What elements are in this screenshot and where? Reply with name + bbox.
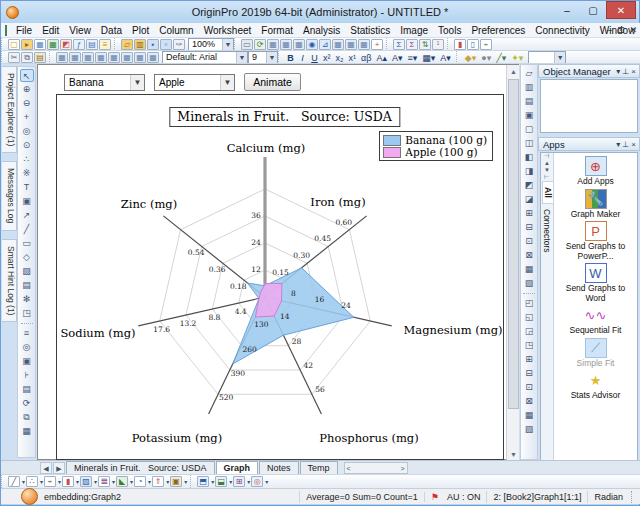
pin-icon[interactable]: ⊥ bbox=[622, 140, 629, 149]
app-sequential-fit[interactable]: ∿∿Sequential Fit bbox=[557, 305, 635, 336]
move-column-left-icon[interactable]: ▦ bbox=[95, 52, 107, 63]
chevron-down-icon[interactable]: ▼ bbox=[236, 52, 247, 63]
decrease-font-icon[interactable]: A▾ bbox=[390, 52, 405, 63]
arrange-layers-icon[interactable]: ◲ bbox=[522, 325, 536, 338]
add-axis-left-icon[interactable]: ⊠ bbox=[522, 249, 536, 262]
insert-image-icon[interactable]: ▤ bbox=[20, 279, 34, 292]
new-workbook-icon[interactable]: ▦ bbox=[34, 39, 46, 50]
doc-tab-notes[interactable]: Notes bbox=[259, 461, 299, 474]
import-wizard-icon[interactable]: ✑ bbox=[173, 39, 185, 50]
graph-page[interactable]: 1224360.150.300.450.60816241428425613026… bbox=[56, 94, 504, 460]
zoom-out-icon[interactable]: ⊖ bbox=[20, 97, 34, 110]
app-add-apps[interactable]: ⊕Add Apps bbox=[557, 156, 635, 187]
border-icon[interactable]: ▦▾ bbox=[420, 52, 437, 63]
layer-frame-icon[interactable]: ⊡ bbox=[522, 235, 536, 248]
menu-analysis[interactable]: Analysis bbox=[298, 24, 345, 37]
sub-superscript-icon[interactable]: x¹ bbox=[347, 52, 359, 63]
line-tool-icon[interactable]: ╱ bbox=[20, 223, 34, 236]
menu-worksheet[interactable]: Worksheet bbox=[199, 24, 257, 37]
doc-tab-minerals-in-fruit-source-usda[interactable]: Minerals in Fruit. Source: USDA bbox=[66, 461, 215, 474]
animate-button[interactable]: Animate bbox=[244, 73, 301, 91]
edit-axes-icon[interactable]: ◫ bbox=[522, 137, 536, 150]
sort-icon[interactable]: ⇅ bbox=[419, 39, 431, 50]
print-icon[interactable]: ▭ bbox=[241, 39, 253, 50]
unlink-layers-icon[interactable]: ⊡ bbox=[522, 381, 536, 394]
pin-icon[interactable]: ⊥ bbox=[622, 67, 629, 76]
chevron-down-icon[interactable]: ▼ bbox=[220, 75, 234, 90]
scroll-up-icon[interactable]: ▲ bbox=[507, 65, 520, 78]
superscript-icon[interactable]: x² bbox=[321, 52, 333, 63]
table-tool-icon[interactable]: ▦ bbox=[20, 425, 34, 438]
add-layer-icon[interactable]: + bbox=[371, 39, 383, 50]
custom-routine-icon[interactable]: ▦ bbox=[358, 39, 370, 50]
new-graph-icon[interactable]: ◩ bbox=[60, 39, 72, 50]
object-manager-header[interactable]: Object Manager ▾ ⊥ × bbox=[538, 64, 640, 78]
child-minimize-button[interactable]: – bbox=[607, 25, 612, 35]
zoom-level-dropdown[interactable]: 100%▼ bbox=[188, 38, 234, 51]
screen-reader-icon[interactable]: + bbox=[20, 111, 34, 124]
save-template-icon[interactable]: ▫ bbox=[160, 39, 172, 50]
axis-tool-icon[interactable]: ⊦ bbox=[20, 369, 34, 382]
dock-tab-smart-hint-log-[interactable]: Smart Hint Log (1) bbox=[2, 239, 17, 322]
zoom-in-icon[interactable]: ⊕ bbox=[20, 83, 34, 96]
move-column-right-icon[interactable]: ▦ bbox=[108, 52, 120, 63]
status-au[interactable]: AU : ON bbox=[441, 491, 487, 503]
annotation-icon[interactable]: ※ bbox=[20, 167, 34, 180]
fit-layers-icon[interactable]: ⊠ bbox=[522, 395, 536, 408]
italic-icon[interactable]: I bbox=[297, 52, 308, 63]
refresh-red-icon[interactable]: ⟳ bbox=[20, 397, 34, 410]
highlight-icon[interactable]: ✦▾ bbox=[509, 52, 525, 63]
child-close-button[interactable]: ✕ bbox=[629, 25, 637, 35]
insert-graph-icon[interactable]: ▨ bbox=[20, 265, 34, 278]
chevron-down-icon[interactable]: ▼ bbox=[222, 39, 233, 50]
apps-header[interactable]: Apps ▾ ⊥ × bbox=[538, 137, 640, 151]
minimize-button[interactable]: – bbox=[554, 1, 580, 19]
graph-vertical-scrollbar[interactable]: ▲ ▼ bbox=[506, 65, 519, 461]
fit-page-icon[interactable]: ▧ bbox=[522, 277, 536, 290]
chevron-down-icon[interactable]: ▼ bbox=[554, 52, 565, 63]
title-bar[interactable]: OriginPro 2019b 64-bit (Administrator) -… bbox=[1, 1, 639, 23]
mask-tool-icon[interactable]: ∴ bbox=[20, 153, 34, 166]
fill-color-icon[interactable]: ◆▾ bbox=[463, 52, 478, 63]
align-left-layers-icon[interactable]: ⊞ bbox=[522, 207, 536, 220]
significant-digits-icon[interactable]: ¹ bbox=[432, 39, 444, 50]
plot-bar-icon[interactable]: ▯ bbox=[467, 39, 479, 50]
menu-data[interactable]: Data bbox=[96, 24, 127, 37]
3d-scatter-icon[interactable]: ⬒ bbox=[197, 476, 209, 487]
pointer-icon[interactable]: ↖ bbox=[20, 69, 34, 82]
3d-rotate-icon[interactable]: ◳ bbox=[20, 307, 34, 320]
horizontal-scrollbar[interactable]: <> bbox=[344, 462, 408, 474]
rectangle-tool-icon[interactable]: ▭ bbox=[20, 237, 34, 250]
app-graph-maker[interactable]: 🔧Graph Maker bbox=[557, 189, 635, 220]
freehand-tool-icon[interactable]: ◇ bbox=[20, 251, 34, 264]
rescale-tool-icon[interactable]: ⊿ bbox=[319, 39, 331, 50]
cut-icon[interactable]: ✂ bbox=[8, 52, 20, 63]
fruit1-dropdown[interactable]: Banana ▼ bbox=[64, 74, 145, 91]
mask-range-icon[interactable]: ▦ bbox=[147, 52, 159, 63]
menu-connectivity[interactable]: Connectivity bbox=[530, 24, 594, 37]
chart-legend[interactable]: Banana (100 g)Apple (100 g) bbox=[379, 131, 493, 161]
new-layer-icon[interactable]: ◧ bbox=[522, 151, 536, 164]
arrow-tool-icon[interactable]: ↗ bbox=[20, 209, 34, 222]
rescale-icon[interactable]: ▱ bbox=[522, 67, 536, 80]
move-column-last-icon[interactable]: ▦ bbox=[121, 52, 133, 63]
tab-nav-icons[interactable]: ⊣▲▼⊢ bbox=[544, 153, 550, 181]
contour-plot-icon[interactable]: ◎ bbox=[251, 476, 263, 487]
menu-preferences[interactable]: Preferences bbox=[466, 24, 530, 37]
swap-columns-icon[interactable]: ▦ bbox=[134, 52, 146, 63]
rescale-both-icon[interactable]: ▣ bbox=[522, 109, 536, 122]
maximize-button[interactable]: ▢ bbox=[580, 1, 606, 19]
recalculate-icon[interactable]: ▦ bbox=[56, 52, 68, 63]
rescale-x-icon[interactable]: ▥ bbox=[522, 81, 536, 94]
dock-tab-project-explorer-[interactable]: Project Explorer (1) bbox=[2, 66, 17, 153]
font-color-icon[interactable]: A▾ bbox=[438, 52, 453, 63]
plot-special-icon[interactable]: ⌁ bbox=[480, 39, 492, 50]
underline-icon[interactable]: U bbox=[309, 52, 320, 63]
new-inset-layer-icon[interactable]: ◪ bbox=[522, 193, 536, 206]
duplicate-layer-icon[interactable]: ◰ bbox=[522, 297, 536, 310]
align-left-icon[interactable]: ≡▾ bbox=[405, 52, 419, 63]
new-function-icon[interactable]: ƒ bbox=[73, 39, 85, 50]
swap-layers-icon[interactable]: ◱ bbox=[522, 311, 536, 324]
chevron-down-icon[interactable]: ▼ bbox=[266, 52, 277, 63]
data-reader-icon[interactable]: ◎ bbox=[20, 125, 34, 138]
